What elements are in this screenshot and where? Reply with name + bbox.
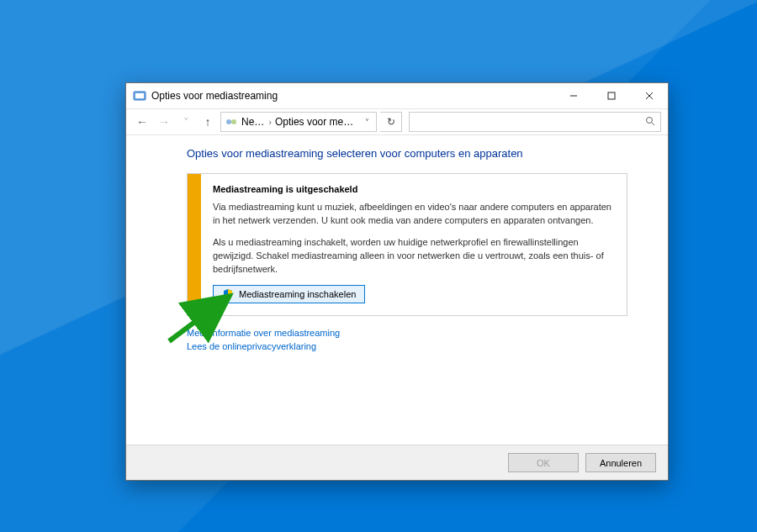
- svg-point-8: [647, 117, 653, 123]
- page-heading: Opties voor mediastreaming selecteren vo…: [187, 147, 627, 160]
- titlebar: Opties voor mediastreaming: [126, 83, 668, 108]
- search-icon: [645, 116, 655, 129]
- app-icon: [133, 89, 146, 103]
- dialog-window: Opties voor mediastreaming ← → ˅ ↑ Netw.…: [125, 82, 669, 481]
- refresh-button[interactable]: ↻: [380, 112, 402, 132]
- svg-point-6: [226, 119, 231, 124]
- up-button[interactable]: ↑: [199, 115, 217, 129]
- minimize-button[interactable]: [554, 83, 592, 108]
- enable-mediastreaming-button[interactable]: Mediastreaming inschakelen: [213, 285, 365, 303]
- shield-icon: [222, 288, 234, 300]
- more-info-link[interactable]: Meer informatie over mediastreaming: [187, 328, 627, 338]
- maximize-button[interactable]: [592, 83, 630, 108]
- ok-button[interactable]: OK: [508, 453, 579, 472]
- panel-paragraph: Via mediastreaming kunt u muziek, afbeel…: [213, 201, 615, 228]
- warning-strip: [188, 174, 201, 315]
- breadcrumb-segment[interactable]: Opties voor mediastre...: [275, 116, 358, 128]
- forward-button[interactable]: →: [155, 115, 173, 129]
- location-icon: [225, 115, 238, 129]
- recent-dropdown-icon[interactable]: ˅: [177, 116, 195, 129]
- panel-paragraph: Als u mediastreaming inschakelt, worden …: [213, 236, 615, 277]
- chevron-right-icon: ›: [269, 118, 272, 127]
- enable-button-label: Mediastreaming inschakelen: [239, 289, 356, 299]
- search-input[interactable]: [409, 112, 661, 132]
- navigation-bar: ← → ˅ ↑ Netw... › Opties voor mediastre.…: [126, 108, 668, 135]
- cancel-button[interactable]: Annuleren: [585, 453, 656, 472]
- svg-point-7: [231, 119, 236, 124]
- back-button[interactable]: ←: [133, 115, 151, 129]
- breadcrumb-segment[interactable]: Netw...: [241, 116, 266, 128]
- address-bar[interactable]: Netw... › Opties voor mediastre... ˅: [220, 112, 377, 132]
- dialog-footer: OK Annuleren: [126, 445, 668, 480]
- chevron-down-icon[interactable]: ˅: [362, 118, 373, 127]
- svg-line-9: [652, 123, 654, 125]
- info-panel: Mediastreaming is uitgeschakeld Via medi…: [187, 173, 627, 316]
- svg-rect-3: [608, 92, 615, 99]
- close-button[interactable]: [630, 83, 668, 108]
- content-area: Opties voor mediastreaming selecteren vo…: [126, 135, 668, 445]
- panel-title: Mediastreaming is uitgeschakeld: [213, 184, 615, 194]
- svg-rect-1: [135, 93, 144, 98]
- privacy-link[interactable]: Lees de onlineprivacyverklaring: [187, 341, 627, 351]
- window-title: Opties voor mediastreaming: [151, 90, 554, 102]
